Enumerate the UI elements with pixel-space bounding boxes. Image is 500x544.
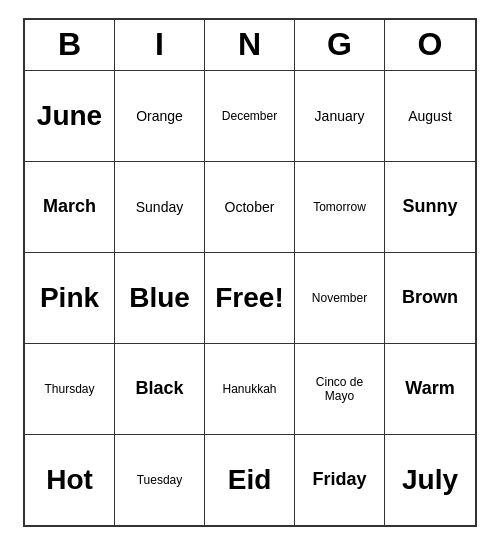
bingo-cell-4-4: July [385,435,475,525]
bingo-card: BINGO JuneOrangeDecemberJanuaryAugustMar… [23,18,477,527]
bingo-cell-1-3: Tomorrow [295,162,385,252]
bingo-cell-1-4: Sunny [385,162,475,252]
bingo-cell-1-1: Sunday [115,162,205,252]
bingo-cell-1-2: October [205,162,295,252]
bingo-cell-3-1: Black [115,344,205,434]
bingo-cell-3-0: Thursday [25,344,115,434]
bingo-cell-3-3: Cinco de Mayo [295,344,385,434]
bingo-row-1: MarchSundayOctoberTomorrowSunny [25,161,475,252]
bingo-cell-2-3: November [295,253,385,343]
bingo-row-2: PinkBlueFree!NovemberBrown [25,252,475,343]
bingo-cell-0-0: June [25,71,115,161]
bingo-row-3: ThursdayBlackHanukkahCinco de MayoWarm [25,343,475,434]
header-cell-n: N [205,20,295,70]
bingo-cell-2-0: Pink [25,253,115,343]
header-cell-g: G [295,20,385,70]
bingo-cell-2-2: Free! [205,253,295,343]
bingo-header: BINGO [25,20,475,70]
bingo-cell-3-4: Warm [385,344,475,434]
bingo-cell-2-1: Blue [115,253,205,343]
bingo-row-0: JuneOrangeDecemberJanuaryAugust [25,70,475,161]
header-cell-o: O [385,20,475,70]
bingo-cell-0-2: December [205,71,295,161]
bingo-cell-3-2: Hanukkah [205,344,295,434]
header-cell-i: I [115,20,205,70]
bingo-cell-4-0: Hot [25,435,115,525]
bingo-cell-4-1: Tuesday [115,435,205,525]
bingo-cell-0-4: August [385,71,475,161]
bingo-row-4: HotTuesdayEidFridayJuly [25,434,475,525]
bingo-cell-4-2: Eid [205,435,295,525]
header-cell-b: B [25,20,115,70]
bingo-cell-1-0: March [25,162,115,252]
bingo-cell-2-4: Brown [385,253,475,343]
bingo-cell-0-1: Orange [115,71,205,161]
bingo-cell-0-3: January [295,71,385,161]
bingo-grid: JuneOrangeDecemberJanuaryAugustMarchSund… [25,70,475,525]
bingo-cell-4-3: Friday [295,435,385,525]
